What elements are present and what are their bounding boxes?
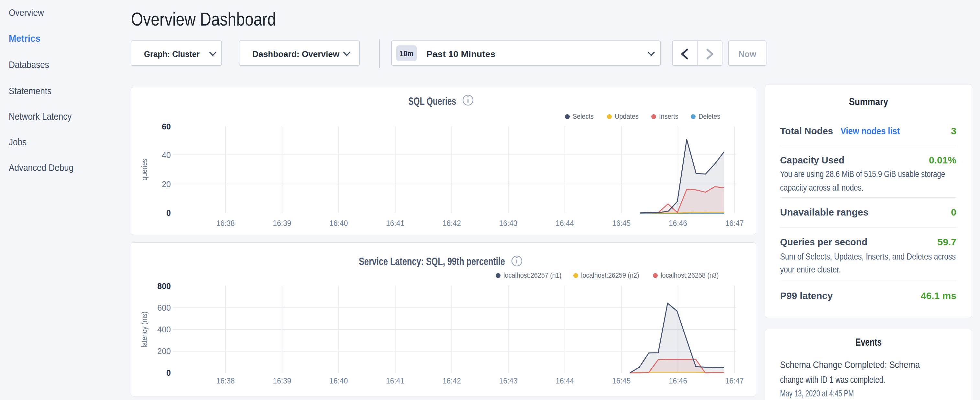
svg-text:16:44: 16:44 <box>555 377 574 386</box>
svg-text:16:45: 16:45 <box>612 219 631 228</box>
svg-text:600: 600 <box>157 303 171 312</box>
svg-text:16:41: 16:41 <box>386 377 404 386</box>
svg-text:queries: queries <box>140 159 149 180</box>
svg-text:16:44: 16:44 <box>555 219 574 228</box>
svg-text:800: 800 <box>157 282 171 291</box>
svg-text:400: 400 <box>157 325 171 334</box>
svg-text:16:39: 16:39 <box>273 377 291 386</box>
svg-text:16:40: 16:40 <box>329 219 348 228</box>
svg-text:16:41: 16:41 <box>386 219 404 228</box>
svg-text:16:40: 16:40 <box>329 377 348 386</box>
svg-text:16:47: 16:47 <box>725 219 744 228</box>
svg-text:16:38: 16:38 <box>216 219 235 228</box>
svg-text:0: 0 <box>166 368 171 377</box>
svg-text:latency (ms): latency (ms) <box>140 311 149 347</box>
svg-text:60: 60 <box>162 122 171 131</box>
svg-text:16:42: 16:42 <box>442 377 461 386</box>
svg-text:16:46: 16:46 <box>669 377 687 386</box>
svg-text:16:43: 16:43 <box>499 377 517 386</box>
svg-text:40: 40 <box>162 150 171 159</box>
svg-text:16:46: 16:46 <box>669 219 687 228</box>
svg-text:16:38: 16:38 <box>216 377 235 386</box>
svg-text:16:42: 16:42 <box>442 219 461 228</box>
svg-text:16:45: 16:45 <box>612 377 631 386</box>
svg-text:16:47: 16:47 <box>725 377 744 386</box>
svg-text:200: 200 <box>157 347 171 356</box>
svg-text:0: 0 <box>166 209 171 217</box>
svg-text:16:43: 16:43 <box>499 219 517 228</box>
svg-text:16:39: 16:39 <box>273 219 291 228</box>
svg-text:20: 20 <box>162 180 171 189</box>
